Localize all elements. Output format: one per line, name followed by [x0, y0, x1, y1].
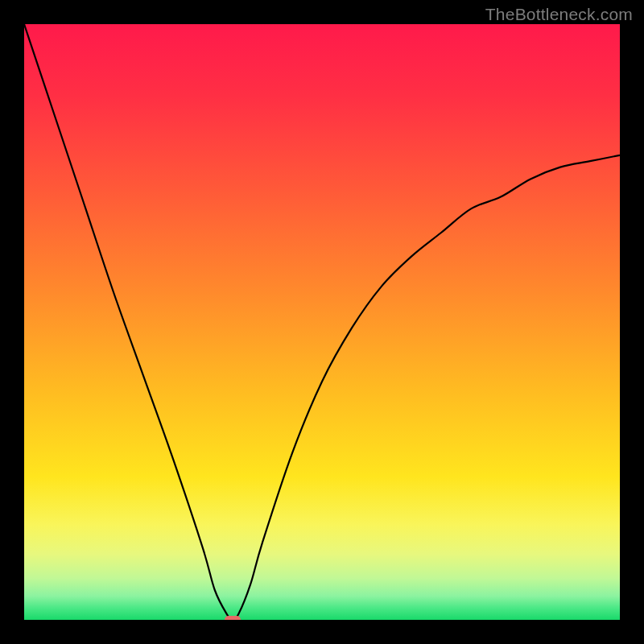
- bottleneck-curve: [24, 24, 620, 620]
- plot-area: [24, 24, 620, 620]
- optimum-marker: [225, 616, 241, 620]
- curve-path: [24, 24, 620, 620]
- watermark-text: TheBottleneck.com: [485, 5, 633, 24]
- chart-frame: TheBottleneck.com: [0, 0, 644, 644]
